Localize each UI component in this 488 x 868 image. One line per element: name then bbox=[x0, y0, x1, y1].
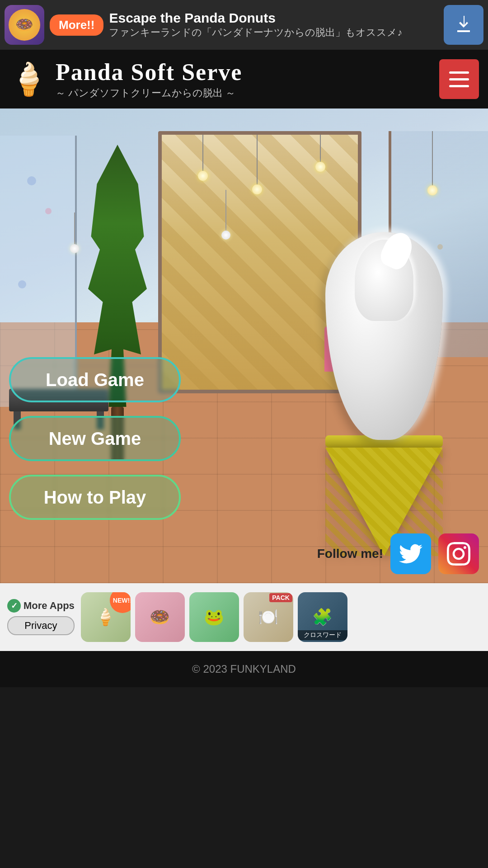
banner-download-button[interactable] bbox=[444, 5, 483, 45]
how-to-play-button[interactable]: How to Play bbox=[9, 475, 181, 520]
game-scene: Load Game New Game How to Play Follow me… bbox=[0, 108, 488, 583]
header-text-block: Panda Soft Serve ～ パンダソフトクリームからの脱出 ～ bbox=[56, 59, 432, 100]
more-apps-block: ✓ More Apps Privacy bbox=[7, 599, 75, 635]
banner-title: Escape the Panda Donuts bbox=[109, 10, 438, 26]
app-thumb-2[interactable]: 🍩 bbox=[135, 592, 185, 642]
menu-line-1 bbox=[449, 71, 469, 74]
app-title: Panda Soft Serve bbox=[56, 59, 432, 85]
privacy-button[interactable]: Privacy bbox=[7, 616, 75, 635]
banner-more-button[interactable]: More!! bbox=[50, 14, 103, 36]
app-thumbnails: 🍦 NEW!! 🍩 🐸 🍽️ PACK 🧩 クロスワード bbox=[81, 592, 481, 642]
game-buttons: Load Game New Game How to Play bbox=[9, 357, 181, 520]
social-section: Follow me! bbox=[317, 533, 479, 574]
banner-subtitle: ファンキーランドの「パンダドーナツからの脱出」もオススメ♪ bbox=[109, 26, 438, 39]
banner-app-icon: 🍩 bbox=[5, 5, 44, 45]
top-banner[interactable]: 🍩 More!! Escape the Panda Donuts ファンキーラン… bbox=[0, 0, 488, 50]
app-header: 🍦 Panda Soft Serve ～ パンダソフトクリームからの脱出 ～ bbox=[0, 50, 488, 108]
download-icon bbox=[453, 14, 474, 36]
more-apps-text: More Apps bbox=[23, 600, 75, 612]
banner-text-block: Escape the Panda Donuts ファンキーランドの「パンダドーナ… bbox=[109, 10, 438, 39]
footer-copyright: © 2023 FUNKYLAND bbox=[192, 663, 296, 675]
menu-line-2 bbox=[449, 78, 469, 80]
bottom-bar: ✓ More Apps Privacy 🍦 NEW!! 🍩 🐸 🍽️ PACK … bbox=[0, 583, 488, 651]
app-thumb-5[interactable]: 🧩 クロスワード bbox=[298, 592, 347, 642]
instagram-icon bbox=[447, 542, 470, 566]
more-apps-check-icon: ✓ bbox=[7, 599, 21, 613]
app-thumb-4[interactable]: 🍽️ PACK bbox=[244, 592, 293, 642]
instagram-button[interactable] bbox=[438, 533, 479, 574]
twitter-icon bbox=[399, 542, 422, 566]
hanging-light-2 bbox=[221, 190, 230, 240]
more-apps-label: ✓ More Apps bbox=[7, 599, 75, 613]
app-subtitle: ～ パンダソフトクリームからの脱出 ～ bbox=[56, 86, 432, 100]
menu-line-3 bbox=[449, 85, 469, 87]
footer: © 2023 FUNKYLAND bbox=[0, 651, 488, 687]
load-game-button[interactable]: Load Game bbox=[9, 357, 181, 402]
ice-cream-statue bbox=[307, 231, 461, 556]
app-thumb-3[interactable]: 🐸 bbox=[189, 592, 239, 642]
banner-icon-inner: 🍩 bbox=[9, 9, 40, 41]
banner-icon-emoji: 🍩 bbox=[15, 16, 33, 33]
app-thumb-1[interactable]: 🍦 NEW!! bbox=[81, 592, 131, 642]
new-game-button[interactable]: New Game bbox=[9, 416, 181, 461]
logo-icon: 🍦 bbox=[9, 61, 48, 98]
hanging-light-1 bbox=[70, 212, 79, 253]
menu-button[interactable] bbox=[439, 59, 479, 99]
ice-cream-swirl bbox=[316, 231, 452, 440]
follow-text: Follow me! bbox=[317, 547, 383, 561]
twitter-button[interactable] bbox=[390, 533, 431, 574]
